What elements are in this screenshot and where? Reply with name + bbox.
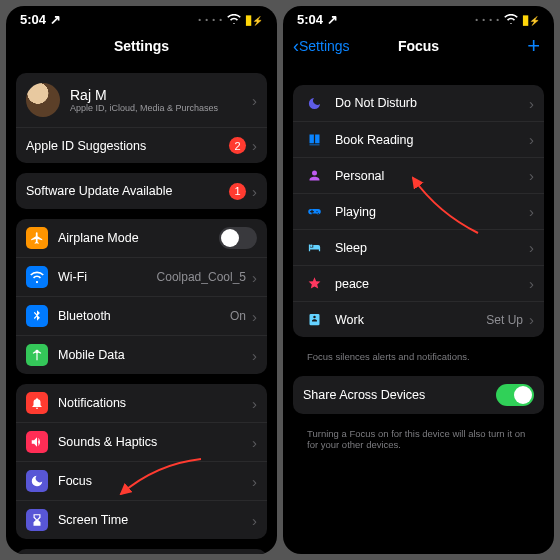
settings-screen: 5:04 ↗ • • • • ▮⚡ Settings Raj M Apple I…: [6, 6, 277, 554]
star-icon: [303, 276, 325, 291]
focus-mode-personal[interactable]: Personal ›: [293, 157, 544, 193]
status-time: 5:04 ↗: [297, 12, 338, 27]
focus-screen: 5:04 ↗ • • • • ▮⚡ ‹ Settings Focus + Do …: [283, 6, 554, 554]
wifi-value: Coolpad_Cool_5: [157, 270, 246, 284]
add-button[interactable]: +: [527, 35, 540, 57]
chevron-right-icon: ›: [529, 131, 534, 148]
chevron-right-icon: ›: [529, 311, 534, 328]
software-update-row[interactable]: Software Update Available 1 ›: [16, 173, 267, 209]
status-bar: 5:04 ↗ • • • • ▮⚡: [283, 6, 554, 29]
focus-mode-work[interactable]: Work Set Up ›: [293, 301, 544, 337]
badge: 1: [229, 183, 246, 200]
chevron-right-icon: ›: [252, 137, 257, 154]
chevron-right-icon: ›: [252, 92, 257, 109]
speaker-icon: [26, 431, 48, 453]
profile-sub: Apple ID, iCloud, Media & Purchases: [70, 103, 250, 113]
airplane-icon: [26, 227, 48, 249]
focus-row[interactable]: Focus ›: [16, 461, 267, 500]
gamepad-icon: [303, 204, 325, 219]
modes-footer: Focus silences alerts and notifications.: [293, 347, 544, 362]
row-label: Focus: [58, 474, 250, 488]
share-toggle[interactable]: [496, 384, 534, 406]
row-label: Sounds & Haptics: [58, 435, 250, 449]
bell-icon: [26, 392, 48, 414]
chevron-right-icon: ›: [252, 183, 257, 200]
chevron-right-icon: ›: [529, 167, 534, 184]
focus-mode-playing[interactable]: Playing ›: [293, 193, 544, 229]
chevron-right-icon: ›: [252, 434, 257, 451]
screen-time-row[interactable]: Screen Time ›: [16, 500, 267, 539]
row-label: Bluetooth: [58, 309, 230, 323]
hourglass-icon: [26, 509, 48, 531]
book-icon: [303, 132, 325, 147]
work-detail: Set Up: [486, 313, 523, 327]
bluetooth-icon: [26, 305, 48, 327]
profile-name: Raj M: [70, 87, 250, 103]
airplane-toggle[interactable]: [219, 227, 257, 249]
nav-bar: Settings: [6, 29, 277, 63]
moon-icon: [303, 96, 325, 111]
notifications-row[interactable]: Notifications ›: [16, 384, 267, 422]
avatar: [26, 83, 60, 117]
focus-mode-sleep[interactable]: Sleep ›: [293, 229, 544, 265]
bluetooth-row[interactable]: Bluetooth On ›: [16, 296, 267, 335]
row-label: Apple ID Suggestions: [26, 139, 229, 153]
focus-mode-book[interactable]: Book Reading ›: [293, 121, 544, 157]
chevron-right-icon: ›: [252, 473, 257, 490]
page-title: Settings: [114, 38, 169, 54]
row-label: Notifications: [58, 396, 250, 410]
back-label: Settings: [299, 38, 350, 54]
general-row[interactable]: General ›: [16, 549, 267, 554]
sounds-row[interactable]: Sounds & Haptics ›: [16, 422, 267, 461]
status-time: 5:04 ↗: [20, 12, 61, 27]
person-icon: [303, 168, 325, 183]
wifi-icon: [26, 266, 48, 288]
chevron-right-icon: ›: [529, 275, 534, 292]
chevron-right-icon: ›: [529, 95, 534, 112]
row-label: Wi-Fi: [58, 270, 157, 284]
apple-id-row[interactable]: Raj M Apple ID, iCloud, Media & Purchase…: [16, 73, 267, 127]
chevron-right-icon: ›: [252, 347, 257, 364]
apple-id-suggestions-row[interactable]: Apple ID Suggestions 2 ›: [16, 127, 267, 163]
bed-icon: [303, 240, 325, 255]
page-dots: • • • •: [198, 15, 223, 24]
antenna-icon: [26, 344, 48, 366]
chevron-right-icon: ›: [529, 239, 534, 256]
row-label: peace: [335, 277, 527, 291]
row-label: Share Across Devices: [303, 388, 496, 402]
chevron-right-icon: ›: [252, 512, 257, 529]
row-label: Sleep: [335, 241, 527, 255]
airplane-mode-row[interactable]: Airplane Mode: [16, 219, 267, 257]
badge: 2: [229, 137, 246, 154]
bt-value: On: [230, 309, 246, 323]
share-footer: Turning a Focus on for this device will …: [293, 424, 544, 450]
wifi-row[interactable]: Wi-Fi Coolpad_Cool_5 ›: [16, 257, 267, 296]
share-across-devices-row[interactable]: Share Across Devices: [293, 376, 544, 414]
chevron-right-icon: ›: [252, 269, 257, 286]
row-label: Software Update Available: [26, 184, 229, 198]
chevron-right-icon: ›: [529, 203, 534, 220]
page-title: Focus: [398, 38, 439, 54]
chevron-right-icon: ›: [252, 395, 257, 412]
location-arrow-icon: ↗: [327, 12, 338, 27]
focus-mode-peace[interactable]: peace ›: [293, 265, 544, 301]
status-bar: 5:04 ↗ • • • • ▮⚡: [6, 6, 277, 29]
row-label: Playing: [335, 205, 527, 219]
wifi-icon: [227, 12, 241, 27]
mobile-data-row[interactable]: Mobile Data ›: [16, 335, 267, 374]
wifi-icon: [504, 12, 518, 27]
battery-icon: ▮⚡: [522, 12, 540, 27]
row-label: Screen Time: [58, 513, 250, 527]
focus-mode-dnd[interactable]: Do Not Disturb ›: [293, 85, 544, 121]
row-label: Mobile Data: [58, 348, 250, 362]
row-label: Personal: [335, 169, 527, 183]
row-label: Book Reading: [335, 133, 527, 147]
location-arrow-icon: ↗: [50, 12, 61, 27]
row-label: Airplane Mode: [58, 231, 219, 245]
moon-icon: [26, 470, 48, 492]
nav-bar: ‹ Settings Focus +: [283, 29, 554, 63]
chevron-right-icon: ›: [252, 308, 257, 325]
back-button[interactable]: ‹ Settings: [293, 36, 350, 57]
badge-icon: [303, 312, 325, 327]
row-label: Do Not Disturb: [335, 96, 527, 110]
